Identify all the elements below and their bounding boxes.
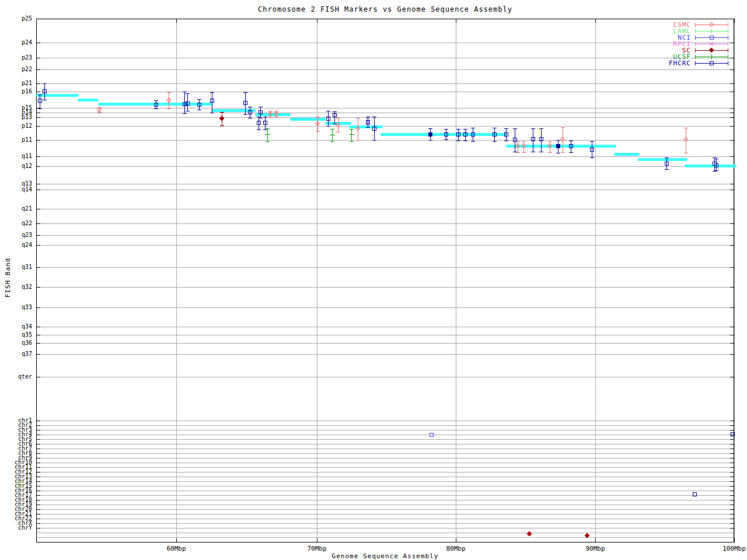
legend-sample-cap: [695, 61, 696, 65]
error-bar-cap: [522, 152, 526, 153]
legend-sample-cap: [728, 36, 728, 40]
x-tick-label: 80Mbp: [446, 545, 465, 552]
marker-square: [513, 138, 517, 142]
marker-square: [539, 137, 543, 141]
error-bar-cap: [590, 141, 594, 142]
error-bar-cap: [154, 100, 158, 101]
error-bar-cap: [43, 83, 47, 84]
error-bar-cap: [714, 159, 718, 159]
error-bar-cap: [428, 140, 432, 141]
marker-square: [43, 89, 47, 93]
marker-square: [731, 432, 735, 436]
x-tick-label: 70Mbp: [307, 545, 326, 552]
plot-area: p25p24p23p22p21p16p15p14p13p12p11q11q12q…: [0, 0, 747, 560]
error-bar-cap: [366, 117, 370, 117]
error-bar-cap: [714, 170, 718, 171]
marker-square: [714, 163, 718, 167]
marker-square: [428, 132, 432, 136]
error-bar-cap: [38, 108, 42, 109]
y-tick-label: q33: [0, 304, 32, 310]
marker-line: [351, 132, 352, 137]
marker-square: [693, 492, 697, 496]
error-bar-cap: [186, 111, 190, 111]
marker-square: [556, 144, 560, 148]
error-bar-cap: [548, 152, 552, 153]
error-bar-cap: [504, 128, 508, 129]
y-tick-label: p21: [0, 80, 32, 86]
legend-sample-cap: [695, 23, 696, 27]
fish-chart-canvas: Chromosome 2 FISH Markers vs Genome Sequ…: [0, 0, 747, 560]
y-tick-label: q21: [0, 206, 32, 212]
legend-sample-cap: [695, 36, 696, 40]
error-bar-cap: [665, 158, 669, 158]
y-tick-label: q32: [0, 284, 32, 290]
error-bar-cap: [561, 152, 565, 153]
error-bar-cap: [471, 128, 475, 128]
plot-border: [36, 19, 734, 542]
x-tick-label: 90Mbp: [585, 545, 605, 552]
marker-square: [186, 102, 190, 106]
marker-line: [332, 132, 333, 138]
band-segment: [36, 94, 79, 97]
marker-line: [711, 54, 712, 60]
y-tick-label: p23: [0, 55, 32, 61]
error-bar-cap: [713, 171, 717, 172]
marker-square: [504, 132, 508, 136]
error-bar-cap: [248, 107, 252, 107]
y-tick-label: q34: [0, 324, 32, 330]
legend-sample-cap: [695, 29, 696, 33]
marker-square: [710, 61, 714, 65]
legend-sample-cap: [728, 61, 728, 65]
marker-square: [531, 137, 535, 141]
error-bar-cap: [257, 130, 261, 130]
error-bar-cap: [266, 141, 270, 142]
error-bar-cap: [263, 117, 267, 117]
marker-square: [569, 144, 573, 148]
legend-sample-cap: [728, 55, 728, 59]
legend-sample-cap: [728, 42, 728, 46]
error-bar-cap: [539, 128, 543, 129]
y-tick-label: q22: [0, 220, 32, 226]
y-tick-label: p25: [0, 16, 32, 22]
marker-square: [430, 433, 434, 437]
error-bar-cap: [665, 169, 669, 170]
marker-square: [471, 132, 475, 136]
y-tick-label: q35: [0, 332, 32, 338]
error-bar-cap: [548, 141, 552, 142]
error-bar-cap: [569, 152, 573, 153]
error-bar-cap: [268, 117, 273, 117]
error-bar-cap: [590, 158, 594, 158]
y-tick-label: q11: [0, 153, 32, 159]
error-bar-cap: [326, 111, 330, 111]
error-bar-cap: [210, 113, 214, 113]
y-tick-label: p12: [0, 123, 32, 129]
y-tick-label: p22: [0, 66, 32, 72]
error-bar-cap: [167, 108, 171, 109]
marker-square: [257, 121, 261, 125]
marker-square: [710, 36, 714, 40]
grid-line-vertical: [734, 19, 735, 542]
error-bar-cap: [569, 141, 573, 141]
y-tick-label: q24: [0, 242, 32, 248]
band-segment: [381, 133, 507, 136]
legend-sample-cap: [695, 55, 696, 59]
legend-sample-cap: [728, 29, 728, 33]
error-bar-cap: [522, 141, 526, 142]
error-bar-cap: [336, 118, 340, 118]
error-bar-cap: [183, 113, 187, 114]
marker-plus: [330, 132, 335, 138]
error-bar-cap: [220, 125, 224, 126]
error-bar-cap: [356, 118, 360, 118]
error-bar-cap: [713, 158, 717, 158]
x-tick-label: 100Mbp: [722, 545, 746, 552]
error-bar-cap: [257, 117, 261, 117]
error-bar-cap: [444, 129, 448, 130]
error-bar-cap: [456, 141, 460, 141]
marker-square: [590, 148, 594, 152]
marker-square: [493, 132, 497, 136]
legend-sample-cap: [695, 48, 696, 52]
marker-square: [372, 127, 376, 131]
error-bar-cap: [372, 117, 376, 117]
error-bar-cap: [504, 141, 508, 141]
error-bar-cap: [463, 129, 467, 130]
